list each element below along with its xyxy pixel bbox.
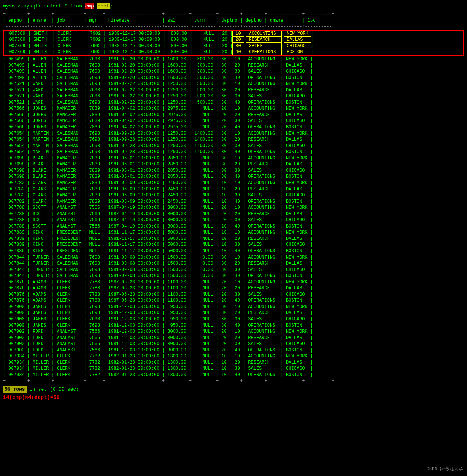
separator: +--------+--------+-----------+------+--… [3, 24, 464, 30]
table-row: | 007934 | MILLER | CLERK | 7782 | 1982-… [3, 372, 464, 378]
timing-text: in set (0.00 sec) [27, 387, 79, 392]
prompt-text: mysql> mysql> select * from [3, 3, 85, 9]
table-row: | 007788 | SCOTT | ANALYST | 7566 | 1987… [3, 205, 464, 211]
table-row: | 007369 | SMITH | CLERK | 7902 | 1980-1… [4, 43, 463, 49]
table-row: | 007369 | SMITH | CLERK | 7902 | 1980-1… [4, 49, 463, 55]
table-row: | 007566 | JONES | MANAGER | 7839 | 1981… [3, 106, 464, 112]
dot: . [94, 3, 97, 9]
table-row: | 007782 | CLARK | MANAGER | 7839 | 1981… [3, 186, 464, 193]
table-row: | 007782 | CLARK | MANAGER | 7839 | 1981… [3, 199, 464, 205]
table-row: | 007499 | ALLEN | SALESMAN | 7698 | 198… [3, 56, 464, 62]
table-row: | 007788 | SCOTT | ANALYST | 7566 | 1987… [3, 223, 464, 230]
table-row: | 007782 | CLARK | MANAGER | 7839 | 1981… [3, 192, 464, 199]
query-result: +--------+--------+-----------+------+--… [3, 11, 464, 384]
table-row: | 007934 | MILLER | CLERK | 7782 | 1982-… [3, 353, 464, 360]
table-row: | 007566 | JONES | MANAGER | 7839 | 1981… [3, 124, 464, 131]
table-row: | 007900 | JAMES | CLERK | 7698 | 1981-1… [3, 316, 464, 323]
table-row: | 007788 | SCOTT | ANALYST | 7566 | 1987… [3, 217, 464, 223]
table-row: | 007654 | MARTIN | SALESMAN | 7698 | 19… [3, 143, 464, 149]
table-row: | 007839 | KING | PRESIDENT | NULL | 198… [3, 236, 464, 242]
table-row: | 007782 | CLARK | MANAGER | 7839 | 1981… [3, 180, 464, 186]
table-row: | 007566 | JONES | MANAGER | 7839 | 1981… [3, 112, 464, 118]
table-row: | 007844 | TURNER | SALESMAN | 7698 | 19… [3, 254, 464, 261]
table-row: | 007934 | MILLER | CLERK | 7782 | 1982-… [3, 360, 464, 366]
dept-highlight: dept [97, 3, 110, 9]
separator: +--------+--------+-----------+------+--… [3, 11, 464, 18]
table-row: | 007876 | ADAMS | CLERK | 7788 | 1987-0… [3, 298, 464, 304]
result-table-container: +--------+--------+-----------+------+--… [3, 11, 464, 384]
terminal-window: mysql> mysql> select * from emp.dept; +-… [3, 3, 464, 400]
table-row: | 007521 | WARD | SALESMAN | 7698 | 1981… [3, 81, 464, 87]
table-row: | 007566 | JONES | MANAGER | 7839 | 1981… [3, 118, 464, 124]
table-row: | 007654 | MARTIN | SALESMAN | 7698 | 19… [3, 149, 464, 155]
footer: 56 rows in set (0.00 sec) [3, 387, 464, 392]
separator: +--------+--------+-----------+------+--… [3, 378, 464, 384]
math-formula: 14(emp)×4(dept)=56 [3, 394, 59, 400]
table-row: | 007698 | BLAKE | MANAGER | 7839 | 1981… [3, 168, 464, 174]
table-row: | 007902 | FORD | ANALYST | 7566 | 1981-… [3, 329, 464, 335]
table-row: | 007902 | FORD | ANALYST | 7566 | 1981-… [3, 341, 464, 347]
result-pre: +--------+--------+-----------+------+--… [3, 11, 464, 384]
table-row: | 007521 | WARD | SALESMAN | 7698 | 1981… [3, 93, 464, 100]
table-row: | 007654 | MARTIN | SALESMAN | 7698 | 19… [3, 131, 464, 137]
table-row: | 007521 | WARD | SALESMAN | 7698 | 1981… [3, 87, 464, 94]
table-row: | 007900 | JAMES | CLERK | 7698 | 1981-1… [3, 323, 464, 329]
table-row: | 007900 | JAMES | CLERK | 7698 | 1981-1… [3, 310, 464, 316]
table-row: | 007698 | BLAKE | MANAGER | 7839 | 1981… [3, 155, 464, 162]
table-row: | 007788 | SCOTT | ANALYST | 7566 | 1987… [3, 211, 464, 217]
table-row: | 007369 | SMITH | CLERK | 7902 | 1980-1… [4, 37, 463, 43]
table-row: | 007900 | JAMES | CLERK | 7698 | 1981-1… [3, 304, 464, 310]
table-row: | 007844 | TURNER | SALESMAN | 7698 | 19… [3, 260, 464, 267]
table-row: | 007902 | FORD | ANALYST | 7566 | 1981-… [3, 347, 464, 354]
emp-highlight: emp [85, 3, 94, 9]
table-row: | 007698 | BLAKE | MANAGER | 7839 | 1981… [3, 161, 464, 168]
table-row: | 007902 | FORD | ANALYST | 7566 | 1981-… [3, 335, 464, 341]
table-row: | 007876 | ADAMS | CLERK | 7788 | 1987-0… [3, 292, 464, 298]
smith-rows-highlight: | 007369 | SMITH | CLERK | 7902 | 1980-1… [3, 30, 464, 56]
table-row: | 007369 | SMITH | CLERK | 7902 | 1980-1… [4, 31, 463, 37]
table-row: | 007844 | TURNER | SALESMAN | 7698 | 19… [3, 273, 464, 279]
table-row: | 007499 | ALLEN | SALESMAN | 7698 | 198… [3, 75, 464, 81]
table-row: | 007698 | BLAKE | MANAGER | 7839 | 1981… [3, 174, 464, 180]
table-row: | 007876 | ADAMS | CLERK | 7788 | 1987-0… [3, 279, 464, 286]
table-row: | 007654 | MARTIN | SALESMAN | 7698 | 19… [3, 137, 464, 143]
table-row: | 007839 | KING | PRESIDENT | NULL | 198… [3, 229, 464, 236]
table-row: | 007521 | WARD | SALESMAN | 7698 | 1981… [3, 100, 464, 106]
rows-badge: 56 rows [3, 386, 27, 393]
table-row: | 007844 | TURNER | SALESMAN | 7698 | 19… [3, 267, 464, 273]
table-row: | 007839 | KING | PRESIDENT | NULL | 198… [3, 242, 464, 248]
prompt-line: mysql> mysql> select * from emp.dept; [3, 3, 464, 10]
semicolon: ; [110, 3, 113, 9]
table-row: | 007934 | MILLER | CLERK | 7782 | 1982-… [3, 366, 464, 372]
header-row: | empno | ename | job | mgr | hiredate |… [3, 18, 464, 24]
table-row: | 007839 | KING | PRESIDENT | NULL | 198… [3, 248, 464, 254]
table-row: | 007499 | ALLEN | SALESMAN | 7698 | 198… [3, 68, 464, 75]
table-row: | 007876 | ADAMS | CLERK | 7788 | 1987-0… [3, 285, 464, 292]
math-line: 14(emp)×4(dept)=56 [3, 394, 464, 400]
table-row: | 007499 | ALLEN | SALESMAN | 7698 | 198… [3, 62, 464, 69]
